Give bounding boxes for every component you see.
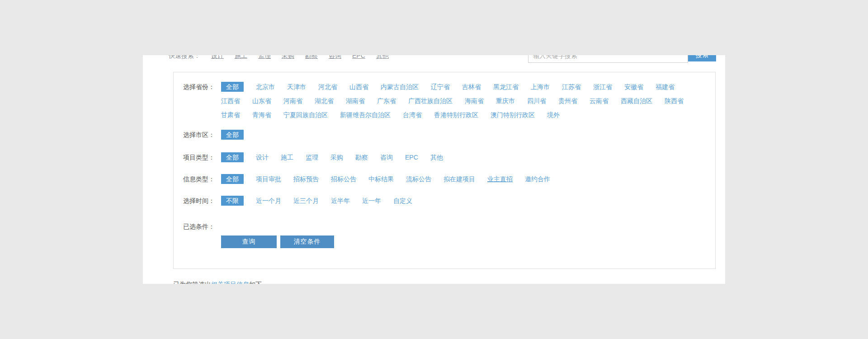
province-option[interactable]: 宁夏回族自治区	[283, 110, 328, 120]
info-type-option[interactable]: 招标公告	[331, 174, 356, 184]
province-option[interactable]: 陕西省	[665, 96, 684, 106]
quick-search-label: 快速搜索：	[169, 55, 200, 59]
province-option[interactable]: 江苏省	[562, 82, 581, 92]
search-button[interactable]: 搜索	[688, 55, 716, 61]
info-type-option[interactable]: 全部	[221, 174, 244, 184]
project-type-option[interactable]: 全部	[221, 152, 244, 162]
city-options: 全部	[221, 130, 691, 140]
province-option[interactable]: 澳门特别行政区	[491, 110, 535, 120]
project-type-option[interactable]: 咨询	[380, 152, 393, 162]
province-option[interactable]: 福建省	[656, 82, 675, 92]
time-options: 不限近一个月近三个月近半年近一年自定义	[221, 196, 691, 206]
clear-conditions-button[interactable]: 清空条件	[280, 235, 334, 248]
province-option[interactable]: 河南省	[283, 96, 302, 106]
quick-search-row: 快速搜索： 设计施工监理采购勘察咨询EPC其他	[169, 55, 389, 59]
province-option[interactable]: 北京市	[256, 82, 275, 92]
query-button[interactable]: 查询	[221, 235, 277, 248]
province-option[interactable]: 新疆维吾尔自治区	[340, 110, 391, 120]
province-option[interactable]: 内蒙古自治区	[381, 82, 419, 92]
result-summary-highlight: 相关项目信息	[211, 281, 249, 284]
province-option[interactable]: 江西省	[221, 96, 240, 106]
province-option[interactable]: 安徽省	[624, 82, 643, 92]
quick-search-link[interactable]: 施工	[235, 55, 247, 59]
selected-conditions-label: 已选条件：	[183, 221, 221, 231]
filter-row-selected-conditions: 已选条件：	[183, 221, 221, 231]
province-option[interactable]: 海南省	[465, 96, 484, 106]
province-option[interactable]: 湖南省	[346, 96, 365, 106]
quick-search-link[interactable]: 勘察	[305, 55, 318, 59]
project-type-options: 全部设计施工监理采购勘察咨询EPC其他	[221, 152, 691, 162]
province-option[interactable]: 山西省	[349, 82, 368, 92]
project-type-option[interactable]: 采购	[330, 152, 343, 162]
province-option[interactable]: 云南省	[590, 96, 609, 106]
time-option[interactable]: 不限	[221, 196, 244, 206]
project-type-label: 项目类型：	[183, 152, 221, 162]
project-type-option[interactable]: 施工	[281, 152, 293, 162]
result-summary: 已为您筛选出相关项目信息如下	[173, 281, 262, 284]
province-option[interactable]: 浙江省	[593, 82, 612, 92]
info-type-option[interactable]: 招标预告	[293, 174, 319, 184]
province-option[interactable]: 黑龙江省	[493, 82, 519, 92]
info-type-option[interactable]: 流标公告	[406, 174, 431, 184]
province-option[interactable]: 台湾省	[403, 110, 422, 120]
project-type-option[interactable]: 监理	[306, 152, 318, 162]
province-option[interactable]: 西藏自治区	[621, 96, 652, 106]
project-type-option[interactable]: 勘察	[355, 152, 368, 162]
province-label: 选择省份：	[183, 82, 221, 92]
province-option[interactable]: 上海市	[531, 82, 550, 92]
result-summary-suffix: 如下	[249, 281, 262, 284]
keyword-search-input[interactable]	[528, 55, 688, 63]
time-option[interactable]: 近三个月	[293, 196, 319, 206]
time-option[interactable]: 近半年	[331, 196, 350, 206]
filter-panel: 选择省份： 全部北京市天津市河北省山西省内蒙古自治区辽宁省吉林省黑龙江省上海市江…	[173, 72, 716, 269]
info-type-option[interactable]: 中标结果	[368, 174, 394, 184]
filter-row-project-type: 项目类型： 全部设计施工监理采购勘察咨询EPC其他	[183, 152, 691, 162]
quick-search-link[interactable]: 采购	[282, 55, 294, 59]
city-option[interactable]: 全部	[221, 130, 244, 140]
quick-search-link[interactable]: 设计	[211, 55, 224, 59]
info-type-option[interactable]: 业主直招	[487, 174, 513, 184]
time-option[interactable]: 近一个月	[256, 196, 281, 206]
content-page: 快速搜索： 设计施工监理采购勘察咨询EPC其他 搜索 选择省份： 全部北京市天津…	[143, 55, 725, 284]
result-summary-prefix: 已为您筛选出	[173, 281, 211, 284]
info-type-option[interactable]: 邀约合作	[525, 174, 550, 184]
time-option[interactable]: 近一年	[362, 196, 381, 206]
quick-search-link[interactable]: 咨询	[329, 55, 341, 59]
filter-row-time: 选择时间： 不限近一个月近三个月近半年近一年自定义	[183, 196, 691, 206]
filter-row-city: 选择市区： 全部	[183, 130, 691, 140]
province-option[interactable]: 辽宁省	[431, 82, 450, 92]
province-option[interactable]: 河北省	[318, 82, 337, 92]
project-type-option[interactable]: EPC	[405, 152, 418, 162]
province-option[interactable]: 境外	[547, 110, 560, 120]
time-label: 选择时间：	[183, 196, 221, 206]
quick-search-link[interactable]: 其他	[376, 55, 389, 59]
quick-search-link[interactable]: 监理	[258, 55, 271, 59]
quick-search-links: 设计施工监理采购勘察咨询EPC其他	[211, 55, 389, 59]
province-option[interactable]: 广东省	[377, 96, 396, 106]
province-option[interactable]: 天津市	[287, 82, 306, 92]
action-buttons: 查询 清空条件	[221, 235, 334, 248]
province-option[interactable]: 广西壮族自治区	[408, 96, 453, 106]
project-type-option[interactable]: 其他	[430, 152, 443, 162]
quick-search-link[interactable]: EPC	[352, 55, 365, 59]
province-option[interactable]: 湖北省	[315, 96, 334, 106]
city-label: 选择市区：	[183, 130, 221, 140]
province-option[interactable]: 四川省	[527, 96, 546, 106]
province-option[interactable]: 山东省	[252, 96, 271, 106]
province-option[interactable]: 青海省	[252, 110, 271, 120]
province-options: 全部北京市天津市河北省山西省内蒙古自治区辽宁省吉林省黑龙江省上海市江苏省浙江省安…	[221, 82, 691, 120]
time-option[interactable]: 自定义	[393, 196, 412, 206]
info-type-label: 信息类型：	[183, 174, 221, 184]
info-type-option[interactable]: 项目审批	[256, 174, 281, 184]
filter-row-info-type: 信息类型： 全部项目审批招标预告招标公告中标结果流标公告拟在建项目业主直招邀约合…	[183, 174, 691, 184]
filter-row-province: 选择省份： 全部北京市天津市河北省山西省内蒙古自治区辽宁省吉林省黑龙江省上海市江…	[183, 82, 691, 120]
info-type-options: 全部项目审批招标预告招标公告中标结果流标公告拟在建项目业主直招邀约合作	[221, 174, 691, 184]
province-option[interactable]: 全部	[221, 82, 244, 92]
province-option[interactable]: 甘肃省	[221, 110, 240, 120]
province-option[interactable]: 重庆市	[496, 96, 515, 106]
project-type-option[interactable]: 设计	[256, 152, 269, 162]
province-option[interactable]: 吉林省	[462, 82, 481, 92]
info-type-option[interactable]: 拟在建项目	[443, 174, 475, 184]
province-option[interactable]: 贵州省	[558, 96, 577, 106]
province-option[interactable]: 香港特别行政区	[434, 110, 478, 120]
